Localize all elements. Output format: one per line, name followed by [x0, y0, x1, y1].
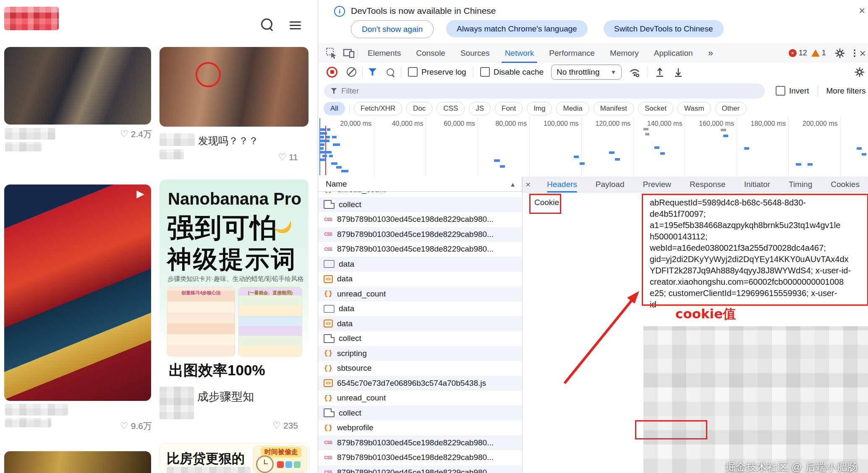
tab-performance[interactable]: Performance [541, 43, 602, 63]
filter-chip-css[interactable]: CSS [437, 102, 465, 115]
close-detail-icon[interactable]: × [526, 179, 531, 190]
filter-chip-wasm[interactable]: Wasm [677, 102, 711, 115]
filter-chip-doc[interactable]: Doc [406, 102, 432, 115]
filter-chip-media[interactable]: Media [556, 102, 589, 115]
preserve-log-checkbox[interactable] [408, 67, 418, 77]
dont-show-again-button[interactable]: Don't show again [351, 20, 434, 38]
waterfall-bar [609, 151, 614, 154]
throttling-select[interactable]: No throttling▼ [551, 65, 622, 80]
network-request-row[interactable]: CSS879b789b01030ed45ce198de8229cab980... [318, 465, 522, 473]
request-list-header[interactable]: Name ▲ [318, 177, 522, 192]
network-request-row[interactable]: collect [318, 405, 522, 421]
import-har-icon[interactable] [655, 67, 665, 78]
detail-tab-response[interactable]: Response [690, 177, 726, 192]
filter-chip-fetch-xhr[interactable]: Fetch/XHR [354, 102, 402, 115]
request-name: unread_count [337, 393, 386, 403]
network-request-row[interactable]: CSS879b789b01030ed45ce198de8229cab980... [318, 435, 522, 450]
feed-card-photo[interactable] [159, 47, 309, 127]
search-icon[interactable] [387, 68, 394, 76]
filter-chip-all[interactable]: All [324, 102, 345, 115]
network-request-row[interactable]: {}webprofile [318, 420, 522, 435]
site-logo[interactable] [4, 7, 59, 30]
annotation-arrow [547, 282, 650, 389]
doc-icon [324, 334, 335, 343]
network-request-row[interactable]: collect [318, 197, 522, 212]
kebab-menu-icon[interactable] [854, 49, 855, 57]
network-conditions-icon[interactable] [628, 67, 641, 78]
settings-gear-icon[interactable] [834, 48, 845, 59]
filter-toggle-icon[interactable] [369, 68, 376, 75]
infobar-close-icon[interactable]: × [859, 5, 865, 16]
clear-icon[interactable] [347, 67, 356, 77]
export-har-icon[interactable] [673, 67, 683, 78]
network-request-row[interactable]: {}scripting [318, 346, 522, 361]
feed-card-bottom[interactable]: 比房贷更狠的 时间被偷走 [159, 443, 309, 473]
detail-tab-initiator[interactable]: Initiator [744, 177, 770, 192]
network-request-row[interactable]: data [318, 257, 522, 272]
waterfall-bar [320, 140, 329, 142]
filter-chip-other[interactable]: Other [715, 102, 747, 115]
card-caption[interactable]: 发现吗？？？ [198, 134, 259, 148]
network-request-row[interactable]: <>6545c70e73d7e06896b3c574a70b5438.js [318, 376, 522, 391]
feed-card-photo[interactable] [4, 47, 151, 125]
network-request-row[interactable]: CSS879b789b01030ed45ce198de8229cab980... [318, 227, 522, 242]
fetch-icon: {} [324, 349, 333, 357]
filter-chip-socket[interactable]: Socket [638, 102, 673, 115]
detail-tab-payload[interactable]: Payload [596, 177, 625, 192]
filter-chip-manifest[interactable]: Manifest [593, 102, 634, 115]
network-request-row[interactable]: collect [318, 331, 522, 346]
network-settings-gear-icon[interactable] [854, 67, 865, 78]
network-request-row[interactable]: {}sbtsource [318, 361, 522, 376]
filter-chip-img[interactable]: Img [527, 102, 552, 115]
like-count[interactable]: ♡ 235 [256, 420, 298, 431]
network-request-row[interactable]: CSS879b789b01030ed45ce198de8229cab980... [318, 242, 522, 257]
tab-console[interactable]: Console [408, 43, 453, 63]
filter-chip-font[interactable]: Font [495, 102, 523, 115]
scroll-up-icon[interactable]: ▲ [510, 181, 516, 188]
more-tabs-icon[interactable]: » [701, 43, 721, 63]
more-filters-button[interactable]: More filters [826, 86, 866, 96]
feed-card-artwork[interactable]: ▶ [4, 185, 151, 401]
filter-input[interactable]: Filter [324, 83, 765, 99]
waterfall-bar [643, 128, 648, 130]
detail-tab-timing[interactable]: Timing [789, 177, 812, 192]
like-count[interactable]: ♡ 11 [260, 152, 298, 163]
inspect-icon[interactable] [326, 47, 337, 59]
error-badge-icon[interactable]: × [789, 49, 797, 57]
invert-checkbox[interactable] [776, 86, 785, 96]
always-match-language-button[interactable]: Always match Chrome's language [446, 20, 588, 37]
network-overview[interactable]: 20,000 ms40,000 ms60,000 ms80,000 ms100,… [318, 117, 868, 177]
filter-chip-js[interactable]: JS [469, 102, 491, 115]
tab-application[interactable]: Application [646, 43, 701, 63]
tab-network[interactable]: Network [497, 43, 542, 63]
disable-cache-checkbox[interactable] [480, 67, 490, 77]
network-request-row[interactable]: <>data [318, 271, 522, 286]
switch-to-chinese-button[interactable]: Switch DevTools to Chinese [604, 20, 724, 37]
detail-tab-cookies[interactable]: Cookies [831, 177, 860, 192]
request-name: collect [339, 200, 361, 209]
network-request-row[interactable]: <>data [318, 316, 522, 331]
tab-memory[interactable]: Memory [602, 43, 646, 63]
search-icon[interactable] [261, 18, 276, 34]
plain-icon [324, 305, 335, 313]
warning-badge-icon[interactable] [811, 49, 820, 57]
like-count[interactable]: ♡ 9.6万 [106, 420, 152, 432]
tab-elements[interactable]: Elements [360, 43, 408, 63]
request-name: scripting [337, 349, 367, 358]
card-caption[interactable]: 成步骤型知 [197, 389, 254, 404]
network-request-row[interactable]: data [318, 301, 522, 316]
device-toolbar-icon[interactable] [343, 48, 355, 59]
devtools-close-icon[interactable]: × [860, 48, 866, 59]
detail-tab-headers[interactable]: Headers [547, 177, 577, 192]
like-count[interactable]: ♡ 2.4万 [106, 128, 152, 140]
network-request-row[interactable]: {}unread_count [318, 286, 522, 301]
menu-icon[interactable] [290, 19, 301, 31]
feed-card-photo[interactable] [4, 451, 151, 473]
feed-card-nanobanana[interactable]: Nanobanana Pro 强到可怕 神级提示词 步骤类知识卡片·趣味、生动的… [159, 179, 309, 384]
network-request-row[interactable]: {}unread_count [318, 390, 522, 405]
record-button[interactable] [327, 67, 337, 78]
network-request-row[interactable]: CSS879b789b01030ed45ce198de8229cab980... [318, 212, 522, 227]
detail-tab-preview[interactable]: Preview [643, 177, 672, 192]
network-request-row[interactable]: CSS879b789b01030ed45ce198de8229cab980... [318, 450, 522, 465]
tab-sources[interactable]: Sources [453, 43, 497, 63]
